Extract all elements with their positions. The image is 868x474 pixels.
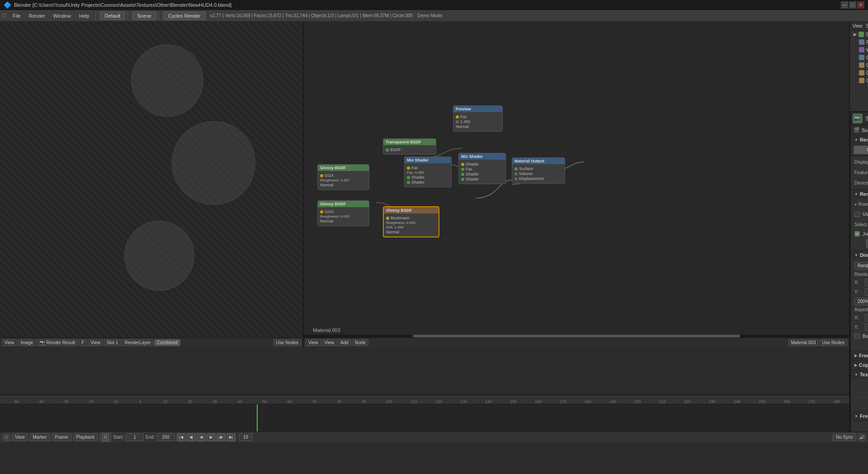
- menu-file[interactable]: File: [9, 12, 24, 19]
- node-editor-panel[interactable]: Preview Fac 1.450 Normal Transparent BSD…: [304, 22, 849, 347]
- res-pct-value[interactable]: 200%: [854, 298, 868, 305]
- forward-playback-icon[interactable]: ⟨⟩: [102, 434, 109, 441]
- outliner-view-btn[interactable]: View: [853, 24, 863, 28]
- outliner-item-camera[interactable]: Camera 👁 📷: [850, 54, 868, 62]
- t-num-270: 270: [799, 399, 824, 404]
- viewport-bg: [0, 22, 303, 337]
- vt-view-btn2[interactable]: View: [88, 339, 103, 346]
- viewport-panel[interactable]: View Image 📷 Render Result F View Slot 1…: [0, 22, 304, 347]
- close-button[interactable]: ✕: [857, 1, 864, 9]
- outliner-item-world[interactable]: World 👁: [850, 46, 868, 54]
- start-frame-input[interactable]: 1: [126, 433, 144, 441]
- res-x-value[interactable]: 800 px: [865, 279, 868, 286]
- vt-usenodes-btn[interactable]: Use Nodes: [274, 339, 301, 346]
- next-frame-btn[interactable]: |▶: [217, 433, 226, 441]
- vt-f-btn[interactable]: F: [79, 339, 87, 346]
- texture-atlas-header[interactable]: ▼ Texture Atlas: [851, 370, 868, 379]
- menu-help[interactable]: Help: [75, 12, 93, 19]
- prop-icon-scene[interactable]: 🎬: [863, 114, 868, 123]
- timeline[interactable]: -50 -40 -30 -20 -10 0 10 20 30 40 50 60 …: [0, 394, 849, 431]
- current-frame-input[interactable]: 19: [239, 433, 253, 441]
- jump-end-btn[interactable]: ▶|: [226, 433, 236, 441]
- vt-combined-btn[interactable]: Combined: [154, 339, 180, 346]
- outliner-item-scene[interactable]: ▶ Scene 👁 📷: [850, 31, 868, 38]
- node-mix-shader1[interactable]: Mix Shader Fac Fac: 0.900 Shader Shader: [404, 156, 452, 187]
- maximize-button[interactable]: □: [849, 1, 856, 9]
- nt-select-btn[interactable]: View: [322, 339, 337, 346]
- end-frame-input[interactable]: 250: [157, 433, 175, 441]
- node-material-output[interactable]: Material Output Surface Volume Displacem…: [512, 157, 565, 184]
- nt-use-nodes-check[interactable]: Use Nodes: [820, 339, 847, 346]
- render-section-header[interactable]: ▼ Render: [851, 135, 868, 144]
- scene-selector[interactable]: Scene: [132, 12, 156, 20]
- timeline-playback-btn[interactable]: Playback: [73, 433, 98, 441]
- timeline-marker-btn[interactable]: Marker: [30, 433, 50, 441]
- render-tab-render[interactable]: Render: [854, 146, 868, 154]
- outliner: View Search All Scenes 🔍 ▶ Scene 👁 📷 Ren…: [850, 22, 868, 112]
- audio-icon[interactable]: 🔊: [858, 434, 865, 441]
- outliner-item-renderlayers[interactable]: RenderLayers 👁: [850, 38, 868, 46]
- minimize-button[interactable]: —: [841, 1, 848, 9]
- render-section: ▼ Render Render Animation Audio Display:…: [851, 135, 868, 190]
- nt-node-btn[interactable]: Node: [352, 339, 368, 346]
- circle002-label: Circle.002: [866, 78, 868, 83]
- node-preview[interactable]: Preview Fac 1.450 Normal: [453, 105, 503, 132]
- join-checkbox[interactable]: ✓: [854, 231, 860, 237]
- regions-button[interactable]: Regions: [866, 239, 868, 248]
- vt-image-btn[interactable]: Image: [18, 339, 36, 346]
- outliner-search-btn[interactable]: Search: [866, 24, 868, 28]
- node-glossy2[interactable]: Glossy BSDF GGX Roughness: 0.033 Normal: [317, 200, 369, 226]
- menu-window[interactable]: Window: [50, 12, 75, 19]
- timeline-cursor[interactable]: [257, 404, 258, 431]
- remap-row: Old: 100 New: 100: [851, 340, 868, 350]
- use-dim-checkbox[interactable]: [854, 212, 860, 217]
- res-y-label: Y:: [854, 289, 863, 294]
- engine-selector[interactable]: Cycles Render: [163, 12, 206, 20]
- prop-icon-render[interactable]: 📷: [853, 114, 863, 123]
- timeline-view-btn[interactable]: View: [12, 433, 28, 441]
- render-result-selector[interactable]: 📷 Render Result: [37, 339, 78, 346]
- border-checkbox[interactable]: [854, 333, 860, 339]
- resolution-label: Resolution:: [854, 272, 868, 277]
- outliner-item-circle000[interactable]: Circle.000 👁 📷: [850, 62, 868, 69]
- titlebar-controls[interactable]: — □ ✕: [841, 1, 864, 9]
- dimensions-header[interactable]: ▼ Dimensions: [851, 251, 868, 260]
- render-presets-dropdown[interactable]: Render Presets ▼: [854, 262, 868, 270]
- t-num-40: 40: [227, 399, 252, 404]
- vt-slot-btn[interactable]: Slot 1: [104, 339, 121, 346]
- vt-view-btn[interactable]: View: [2, 339, 17, 346]
- outliner-item-circle001[interactable]: Circle.001 👁 📷: [850, 69, 868, 77]
- prev-frame-btn[interactable]: ◀|: [187, 433, 196, 441]
- timeline-frame-btn[interactable]: Frame: [52, 433, 71, 441]
- render-regions-header[interactable]: ▼ Render Regions Setting: [851, 190, 868, 199]
- node-glossy3[interactable]: Glossy BSDF Beckmann Roughness: 0.000 IO…: [383, 206, 439, 237]
- t-num-120: 120: [426, 399, 451, 404]
- play-btn[interactable]: ▶: [207, 433, 216, 441]
- node-mix-shader2[interactable]: Mix Shader Shader Fac Shader Shader: [458, 153, 506, 184]
- play-reverse-btn[interactable]: ◀: [197, 433, 206, 441]
- jump-start-btn[interactable]: |◀: [177, 433, 186, 441]
- vt-renderlayer-btn[interactable]: RenderLayer: [122, 339, 153, 346]
- freestyle-triangle: ▶: [854, 354, 857, 358]
- node-glossy1[interactable]: Glossy BSDF GGX Roughness: 0.267 Normal: [317, 164, 369, 190]
- t-num-280: 280: [824, 399, 849, 404]
- node-transparent-bsdf[interactable]: Transparent BSDF BSDF: [383, 138, 436, 155]
- freestyle-svg-header[interactable]: ▼ Freestyle SVG Export: [851, 412, 868, 421]
- menu-render[interactable]: Render: [25, 12, 49, 19]
- sync-selector[interactable]: No Sync: [833, 433, 856, 441]
- nt-material-selector[interactable]: Material.003: [788, 339, 819, 346]
- copy-settings-header[interactable]: ▶ Copy Settings: [851, 360, 868, 370]
- timeline-mode-icon[interactable]: ⬡: [3, 434, 10, 441]
- timeline-track[interactable]: [0, 404, 849, 431]
- node-mix2-header: Mix Shader: [459, 153, 505, 160]
- nt-add-btn[interactable]: Add: [338, 339, 351, 346]
- nt-view-btn[interactable]: View: [306, 339, 321, 346]
- workspace-selector[interactable]: Default: [100, 12, 126, 20]
- freestyle-header[interactable]: ▶ Freestyle: [851, 351, 868, 360]
- asp-y-value[interactable]: 1.000: [865, 323, 868, 331]
- res-y-value[interactable]: 400 px: [865, 288, 868, 296]
- asp-x-value[interactable]: 1.000: [865, 314, 868, 322]
- rows-label: Rows:: [858, 202, 868, 207]
- t-num-210: 210: [650, 399, 675, 404]
- outliner-item-circle002[interactable]: Circle.002 👁 📷: [850, 77, 868, 85]
